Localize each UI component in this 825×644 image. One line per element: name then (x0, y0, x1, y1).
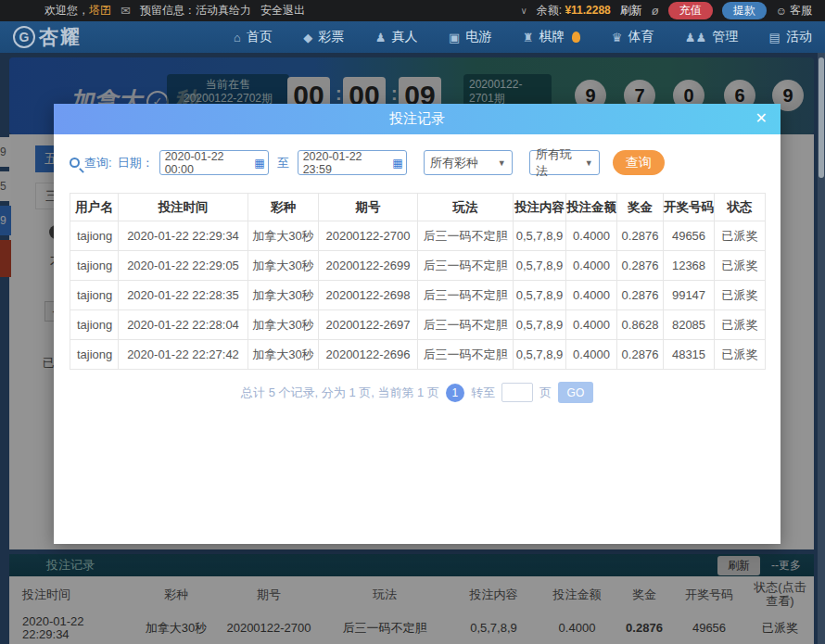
pagination-summary: 总计 5 个记录, 分为 1 页, 当前第 1 页 (241, 385, 439, 401)
query-label: 查询: (84, 155, 112, 171)
date-label: 日期： (118, 155, 154, 171)
gamepad-icon: ▣ (449, 31, 460, 44)
nav-item-live[interactable]: ♟真人 (375, 29, 418, 45)
refresh-balance-link[interactable]: 刷新 (620, 3, 642, 19)
table-row: tajiong 2020-01-22 22:27:42 加拿大30秒 20200… (70, 340, 766, 370)
chevron-down-icon: ▼ (489, 158, 506, 168)
close-icon[interactable]: ✕ (755, 109, 768, 127)
gift-icon: ▤ (769, 31, 781, 44)
play-type-select[interactable]: 所有玩法▼ (529, 150, 600, 175)
nav-item-home[interactable]: ⌂首页 (234, 29, 273, 45)
date-to-input[interactable]: 2020-01-22 23:59 ▦ (298, 150, 407, 175)
mail-icon[interactable]: ✉ (121, 4, 131, 18)
query-button[interactable]: 查询 (613, 150, 665, 175)
balance-value: ¥11.2288 (565, 4, 610, 17)
modal-header: 投注记录 ✕ (54, 104, 781, 134)
calendar-icon[interactable]: ▦ (392, 157, 402, 170)
page-number-input[interactable] (501, 383, 533, 402)
table-row: tajiong 2020-01-22 22:28:35 加拿大30秒 20200… (70, 281, 766, 310)
page: 欢迎您，塔囝 ✉ 预留信息：活动真给力 安全退出 ∨ 余额: ¥11.2288 … (0, 0, 825, 644)
lottery-icon: ◆ (303, 31, 312, 44)
chevron-down-icon: ▼ (576, 158, 593, 168)
lottery-type-select[interactable]: 所有彩种▼ (424, 150, 513, 175)
search-icon (70, 158, 80, 168)
nav-item-chess[interactable]: ♜棋牌 (523, 29, 581, 45)
logout-link[interactable]: 安全退出 (260, 3, 305, 19)
bet-records-modal: 投注记录 ✕ 查询: 日期： 2020-01-22 00:00 ▦ 至 2020… (54, 104, 781, 544)
reserved-message: 预留信息：活动真给力 (140, 3, 251, 19)
withdraw-button[interactable]: 提款 (722, 2, 767, 19)
trophy-icon: ♛ (612, 31, 623, 44)
pagination: 总计 5 个记录, 分为 1 页, 当前第 1 页 1 转至 页 GO (54, 382, 781, 403)
main-nav: G 杏耀 ⌂首页 ◆彩票 ♟真人 ▣电游 ♜棋牌 ♛体育 ♟♟管理 ▤活动 (0, 21, 825, 53)
status-badge: 已派奖 (715, 221, 766, 251)
table-header-row: 用户名 投注时间 彩种 期号 玩法 投注内容 投注金额 奖金 开奖号码 状态 (70, 194, 766, 221)
eye-slash-icon[interactable]: ø (652, 4, 659, 18)
page-1-button[interactable]: 1 (446, 384, 464, 402)
status-badge: 已派奖 (715, 340, 766, 370)
chat-icon: ☺ (776, 5, 787, 18)
hot-badge-icon (572, 32, 580, 43)
goto-label: 转至 (471, 385, 495, 401)
nav-item-egame[interactable]: ▣电游 (449, 29, 491, 45)
recharge-button[interactable]: 充值 (668, 2, 713, 19)
date-from-input[interactable]: 2020-01-22 00:00 ▦ (159, 150, 269, 175)
scrollbar-thumb[interactable] (819, 57, 824, 178)
customer-service-link[interactable]: ☺客服 (776, 3, 812, 19)
person-icon: ♟ (375, 31, 387, 44)
table-row: tajiong 2020-01-22 22:29:05 加拿大30秒 20200… (70, 251, 766, 281)
page-scrollbar[interactable] (818, 53, 825, 644)
status-badge: 已派奖 (715, 251, 766, 281)
nav-item-lottery[interactable]: ◆彩票 (303, 29, 344, 45)
modal-title: 投注记录 (389, 110, 445, 128)
top-bar: 欢迎您，塔囝 ✉ 预留信息：活动真给力 安全退出 ∨ 余额: ¥11.2288 … (0, 0, 825, 21)
calendar-icon[interactable]: ▦ (254, 157, 264, 170)
balance: 余额: ¥11.2288 (537, 3, 611, 19)
status-badge: 已派奖 (715, 281, 766, 310)
welcome-text: 欢迎您，塔囝 (44, 3, 111, 19)
nav-item-manage[interactable]: ♟♟管理 (685, 29, 738, 45)
table-row: tajiong 2020-01-22 22:28:04 加拿大30秒 20200… (70, 310, 766, 340)
site-logo[interactable]: G 杏耀 (13, 24, 82, 50)
username: 塔囝 (89, 4, 111, 17)
status-badge: 已派奖 (715, 310, 766, 340)
chevron-down-icon[interactable]: ∨ (520, 6, 527, 16)
users-icon: ♟♟ (685, 31, 706, 44)
go-button[interactable]: GO (558, 382, 593, 403)
to-label: 至 (277, 155, 289, 171)
nav-item-activity[interactable]: ▤活动 (769, 29, 812, 45)
filter-row: 查询: 日期： 2020-01-22 00:00 ▦ 至 2020-01-22 … (70, 150, 765, 175)
chess-icon: ♜ (523, 31, 534, 44)
page-unit-label: 页 (539, 385, 552, 401)
table-row: tajiong 2020-01-22 22:29:34 加拿大30秒 20200… (70, 221, 766, 251)
home-icon: ⌂ (234, 31, 241, 44)
bet-records-table: 用户名 投注时间 彩种 期号 玩法 投注内容 投注金额 奖金 开奖号码 状态 t… (70, 193, 766, 370)
logo-crown-icon: G (13, 26, 35, 48)
nav-item-sports[interactable]: ♛体育 (612, 29, 654, 45)
